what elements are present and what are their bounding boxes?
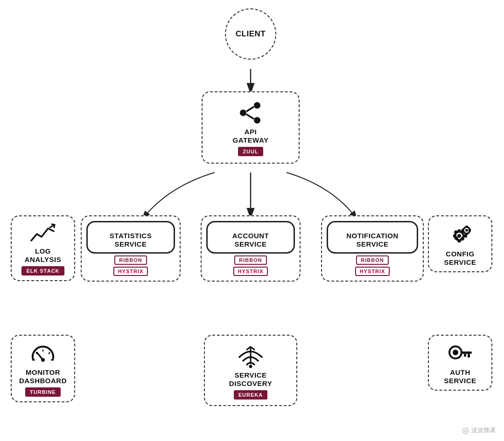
monitor-dashboard-node: MONITOR DASHBOARD TURBINE (8, 335, 77, 402)
statistics-service-node: STATISTICS SERVICE RIBBON HYSTRIX (82, 215, 180, 282)
config-title: CONFIG SERVICE (444, 250, 476, 267)
api-gateway-title: API GATEWAY (233, 128, 269, 145)
account-inner: ACCOUNT SERVICE (206, 221, 295, 254)
svg-rect-23 (465, 233, 468, 235)
svg-point-33 (249, 365, 252, 368)
eureka-badge: EUREKA (234, 390, 267, 400)
client-node: CLIENT (225, 8, 276, 60)
statistics-outer: STATISTICS SERVICE RIBBON HYSTRIX (81, 215, 181, 282)
svg-point-38 (453, 350, 458, 355)
statistics-title: STATISTICS SERVICE (110, 232, 152, 248)
statistics-hystrix-badge: HYSTRIX (113, 267, 148, 276)
auth-service-box: AUTH SERVICE (428, 335, 492, 391)
log-analysis-node: LOG ANALYSIS ELK STACK (8, 215, 77, 281)
diagram: CLIENT API GATEWAY ZUUL STATISTI (0, 0, 504, 441)
svg-point-4 (254, 102, 260, 109)
svg-rect-13 (458, 239, 461, 242)
log-analysis-box: LOG ANALYSIS ELK STACK (11, 215, 75, 281)
notification-service-node: NOTIFICATION SERVICE RIBBON HYSTRIX (321, 215, 424, 282)
svg-line-7 (246, 107, 254, 111)
signal-icon (238, 343, 264, 368)
speedometer-icon (30, 342, 56, 365)
service-discovery-box: SERVICE DISCOVERY EUREKA (204, 335, 297, 406)
notification-outer: NOTIFICATION SERVICE RIBBON HYSTRIX (321, 215, 424, 282)
notification-inner: NOTIFICATION SERVICE (327, 221, 418, 254)
service-discovery-node: SERVICE DISCOVERY EUREKA (202, 335, 300, 406)
statistics-ribbon-badge: RIBBON (114, 255, 147, 265)
svg-point-11 (457, 234, 461, 238)
svg-rect-12 (458, 229, 461, 233)
zuul-badge: ZUUL (238, 147, 263, 156)
api-gateway-box: API GATEWAY ZUUL (202, 91, 300, 164)
elk-badge: ELK STACK (21, 266, 64, 276)
config-service-node: CONFIG SERVICE (426, 215, 495, 272)
svg-rect-16 (454, 230, 458, 234)
svg-line-32 (49, 352, 50, 354)
svg-rect-40 (468, 354, 470, 358)
log-analysis-title: LOG ANALYSIS (25, 247, 61, 264)
statistics-inner: STATISTICS SERVICE (86, 221, 175, 254)
share-icon (238, 101, 263, 125)
svg-line-8 (246, 114, 254, 119)
account-title: ACCOUNT SERVICE (232, 232, 269, 248)
gear-icon (447, 223, 473, 247)
svg-point-27 (41, 358, 45, 362)
monitor-title: MONITOR DASHBOARD (19, 368, 67, 385)
watermark: ◎ 波波微课 (462, 425, 496, 435)
svg-rect-24 (462, 229, 464, 232)
account-hystrix-badge: HYSTRIX (233, 267, 268, 276)
notification-ribbon-badge: RIBBON (356, 255, 388, 265)
account-ribbon-badge: RIBBON (234, 255, 266, 265)
notification-hystrix-badge: HYSTRIX (355, 267, 390, 276)
svg-rect-39 (461, 351, 472, 354)
svg-rect-25 (469, 229, 471, 232)
turbine-badge: TURBINE (25, 387, 61, 397)
monitor-dashboard-box: MONITOR DASHBOARD TURBINE (11, 335, 75, 402)
account-service-node: ACCOUNT SERVICE RIBBON HYSTRIX (202, 215, 300, 282)
svg-point-5 (240, 110, 246, 116)
client-label: CLIENT (236, 29, 266, 39)
chart-icon (30, 223, 56, 244)
client-circle: CLIENT (225, 8, 276, 60)
svg-rect-22 (465, 226, 468, 228)
svg-point-21 (465, 229, 468, 232)
service-discovery-title: SERVICE DISCOVERY (229, 371, 272, 388)
api-gateway-node: API GATEWAY ZUUL (199, 91, 302, 164)
svg-rect-41 (464, 354, 466, 357)
notification-title: NOTIFICATION SERVICE (346, 232, 399, 248)
auth-title: AUTH SERVICE (444, 368, 476, 385)
auth-service-node: AUTH SERVICE (426, 335, 495, 391)
svg-point-6 (254, 117, 260, 124)
key-icon (447, 342, 473, 365)
account-outer: ACCOUNT SERVICE RIBBON HYSTRIX (201, 215, 301, 282)
config-service-box: CONFIG SERVICE (428, 215, 492, 272)
